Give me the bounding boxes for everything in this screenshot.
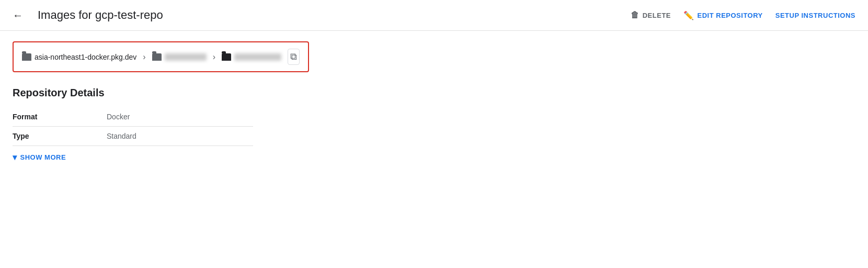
- delete-icon: 🗑: [631, 10, 639, 20]
- header: ← Images for gcp-test-repo 🗑 DELETE ✏️ E…: [0, 0, 868, 31]
- chevron-down-icon: ▾: [13, 152, 17, 162]
- format-label: Format: [13, 107, 107, 127]
- breadcrumb-label-3: [234, 53, 281, 61]
- folder-icon-2: [152, 53, 162, 61]
- table-row-format: Format Docker: [13, 107, 253, 127]
- edit-repository-button[interactable]: ✏️ EDIT REPOSITORY: [683, 10, 763, 20]
- main-content: Repository Details Format Docker Type St…: [0, 83, 868, 175]
- setup-label: SETUP INSTRUCTIONS: [775, 12, 855, 19]
- breadcrumb-item-1: asia-northeast1-docker.pkg.dev: [22, 53, 136, 61]
- back-arrow-icon: ←: [13, 9, 23, 21]
- edit-icon: ✏️: [683, 10, 694, 20]
- copy-button[interactable]: ⧉: [288, 49, 300, 65]
- show-more-button[interactable]: ▾ SHOW MORE: [13, 146, 66, 162]
- header-actions: 🗑 DELETE ✏️ EDIT REPOSITORY SETUP INSTRU…: [631, 10, 855, 20]
- breadcrumb-item-2: [152, 53, 207, 61]
- type-value: Standard: [107, 127, 253, 146]
- folder-icon-3: [222, 53, 231, 61]
- setup-instructions-button[interactable]: SETUP INSTRUCTIONS: [775, 12, 855, 19]
- edit-label: EDIT REPOSITORY: [698, 12, 763, 19]
- breadcrumb-label-1: asia-northeast1-docker.pkg.dev: [35, 53, 136, 61]
- back-button[interactable]: ←: [13, 9, 23, 21]
- breadcrumb-label-2: [165, 53, 207, 61]
- show-more-label: SHOW MORE: [20, 153, 66, 161]
- table-row-type: Type Standard: [13, 127, 253, 146]
- breadcrumb-section: asia-northeast1-docker.pkg.dev › › ⧉: [0, 31, 868, 83]
- breadcrumb-separator-2: ›: [213, 52, 215, 62]
- breadcrumb-separator-1: ›: [143, 52, 145, 62]
- repository-details-title: Repository Details: [13, 87, 855, 99]
- delete-button[interactable]: 🗑 DELETE: [631, 10, 671, 20]
- folder-icon-1: [22, 53, 31, 61]
- delete-label: DELETE: [643, 12, 671, 19]
- breadcrumb-container: asia-northeast1-docker.pkg.dev › › ⧉: [13, 41, 309, 72]
- type-label: Type: [13, 127, 107, 146]
- format-value: Docker: [107, 107, 253, 127]
- copy-icon: ⧉: [290, 51, 297, 62]
- breadcrumb-item-3: [222, 53, 281, 61]
- page-title: Images for gcp-test-repo: [38, 8, 618, 22]
- repository-details-table: Format Docker Type Standard: [13, 107, 253, 146]
